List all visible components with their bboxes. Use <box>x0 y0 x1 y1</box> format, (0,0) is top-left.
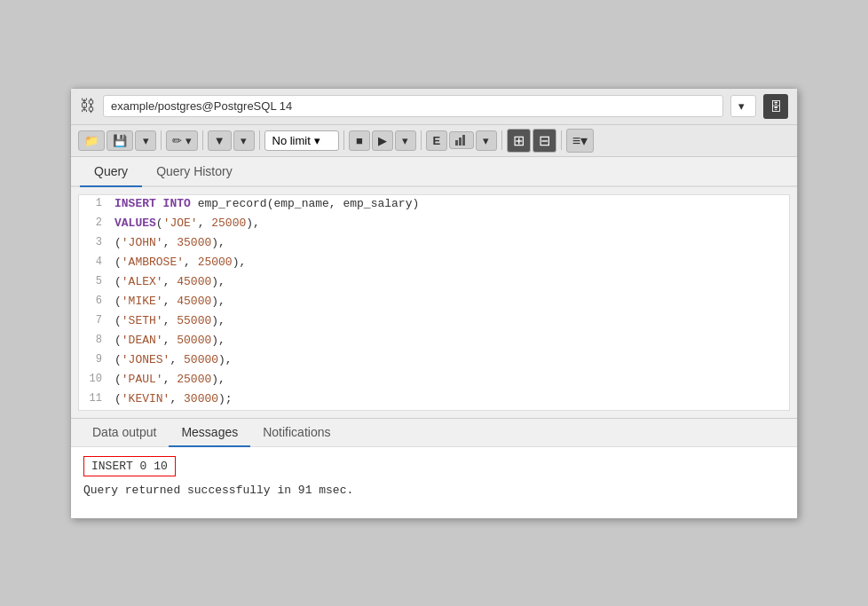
filter-dropdown-button[interactable]: ▾ <box>233 130 255 151</box>
edit-button[interactable]: ✏ ▾ <box>166 130 198 151</box>
code-content: ('JONES', 50000), <box>111 351 789 368</box>
table-row: 9 ('JONES', 50000), <box>79 351 789 371</box>
explain-tools: E ▾ <box>426 130 497 151</box>
code-content: ('KEVIN', 30000); <box>111 390 789 407</box>
code-content: ('AMBROSE', 25000), <box>111 254 789 271</box>
run-tools: ■ ▶ ▾ <box>349 130 416 151</box>
output-result-box: INSERT 0 10 <box>83 456 176 476</box>
line-number: 1 <box>79 195 111 211</box>
connection-string[interactable]: example/postgres@PostgreSQL 14 <box>103 95 723 117</box>
output-section: Data output Messages Notifications INSER… <box>71 418 797 518</box>
tab-notifications[interactable]: Notifications <box>250 419 343 447</box>
toolbar-separator-2 <box>202 130 203 150</box>
code-content: INSERT INTO emp_record(emp_name, emp_sal… <box>111 195 789 212</box>
toolbar-separator-1 <box>161 130 162 150</box>
tab-query-history[interactable]: Query History <box>142 157 247 187</box>
tab-data-output[interactable]: Data output <box>80 419 169 447</box>
code-editor[interactable]: 1 INSERT INTO emp_record(emp_name, emp_s… <box>78 194 790 411</box>
query-tabs-bar: Query Query History <box>71 157 797 187</box>
table-row: 6 ('MIKE', 45000), <box>79 293 789 312</box>
line-number: 3 <box>79 234 111 250</box>
table-row: 3 ('JOHN', 35000), <box>79 234 789 254</box>
table-row: 7 ('SETH', 55000), <box>79 312 789 332</box>
table-row: 1 INSERT INTO emp_record(emp_name, emp_s… <box>79 195 789 215</box>
toolbar-separator-4 <box>343 130 344 150</box>
line-number: 7 <box>79 312 111 328</box>
scratch2-button[interactable]: ⊟ <box>533 129 556 153</box>
code-content: ('MIKE', 45000), <box>111 293 789 310</box>
line-number: 6 <box>79 293 111 309</box>
table-row: 10 ('PAUL', 25000), <box>79 371 789 390</box>
toolbar-separator-3 <box>259 130 260 150</box>
line-number: 11 <box>79 390 111 406</box>
svg-rect-2 <box>462 135 465 146</box>
line-number: 8 <box>79 332 111 348</box>
table-row: 8 ('DEAN', 50000), <box>79 332 789 351</box>
open-button[interactable]: 📁 <box>78 130 105 151</box>
code-content: ('DEAN', 50000), <box>111 332 789 349</box>
save-dropdown-button[interactable]: ▾ <box>135 130 156 151</box>
limit-group: No limit ▾ <box>264 130 339 151</box>
tab-query[interactable]: Query <box>80 157 142 187</box>
code-content: ('SETH', 55000), <box>111 312 789 329</box>
toolbar-separator-5 <box>421 130 422 150</box>
explain-dropdown-button[interactable]: ▾ <box>476 130 497 151</box>
stop-button[interactable]: ■ <box>349 130 370 151</box>
scratch1-button[interactable]: ⊞ <box>507 129 531 153</box>
scratch-tools: ⊞ ⊟ <box>507 129 556 153</box>
tab-messages[interactable]: Messages <box>169 419 250 447</box>
run-dropdown-button[interactable]: ▾ <box>395 130 416 151</box>
table-row: 2 VALUES('JOE', 25000), <box>79 215 789 234</box>
explain-button[interactable]: E <box>426 130 447 151</box>
line-number: 5 <box>79 273 111 289</box>
chart-button[interactable] <box>449 131 474 149</box>
edit-tools: ✏ ▾ <box>166 130 198 151</box>
table-row: 11 ('KEVIN', 30000); <box>79 390 789 410</box>
table-row: 5 ('ALEX', 45000), <box>79 273 789 293</box>
save-button[interactable]: 💾 <box>107 130 133 151</box>
line-number: 10 <box>79 371 111 387</box>
code-content: ('PAUL', 25000), <box>111 371 789 388</box>
line-number: 2 <box>79 215 111 231</box>
toolbar-separator-6 <box>501 130 502 150</box>
filter-button[interactable]: ▼ <box>208 130 232 151</box>
filter-tools: ▼ ▾ <box>208 130 255 151</box>
limit-dropdown[interactable]: No limit ▾ <box>264 130 339 151</box>
main-window: ⛓ example/postgres@PostgreSQL 14 ▾ 🗄 📁 💾… <box>70 88 798 519</box>
output-message: Query returned successfully in 91 msec. <box>83 484 785 497</box>
menu-button[interactable]: ≡▾ <box>566 129 594 153</box>
file-tools: 📁 💾 ▾ <box>78 130 156 151</box>
table-row: 4 ('AMBROSE', 25000), <box>79 254 789 273</box>
run-button[interactable]: ▶ <box>372 130 393 151</box>
limit-chevron-icon: ▾ <box>314 134 320 147</box>
line-number: 4 <box>79 254 111 270</box>
database-icon[interactable]: 🗄 <box>763 94 788 119</box>
connection-icon: ⛓ <box>80 97 96 115</box>
connection-dropdown[interactable]: ▾ <box>730 95 756 117</box>
code-content: ('JOHN', 35000), <box>111 234 789 251</box>
connection-bar: ⛓ example/postgres@PostgreSQL 14 ▾ 🗄 <box>71 89 797 125</box>
chevron-down-icon: ▾ <box>738 99 745 113</box>
line-number: 9 <box>79 351 111 367</box>
code-content: ('ALEX', 45000), <box>111 273 789 290</box>
code-content: VALUES('JOE', 25000), <box>111 215 789 232</box>
limit-label: No limit <box>272 134 311 147</box>
svg-rect-1 <box>459 138 462 146</box>
toolbar-separator-7 <box>561 130 562 150</box>
output-content: INSERT 0 10 Query returned successfully … <box>71 447 797 518</box>
toolbar: 📁 💾 ▾ ✏ ▾ ▼ ▾ No limit ▾ ■ ▶ ▾ E <box>71 125 797 157</box>
output-tabs-bar: Data output Messages Notifications <box>71 419 797 447</box>
chart-icon <box>455 135 468 146</box>
svg-rect-0 <box>455 140 458 146</box>
